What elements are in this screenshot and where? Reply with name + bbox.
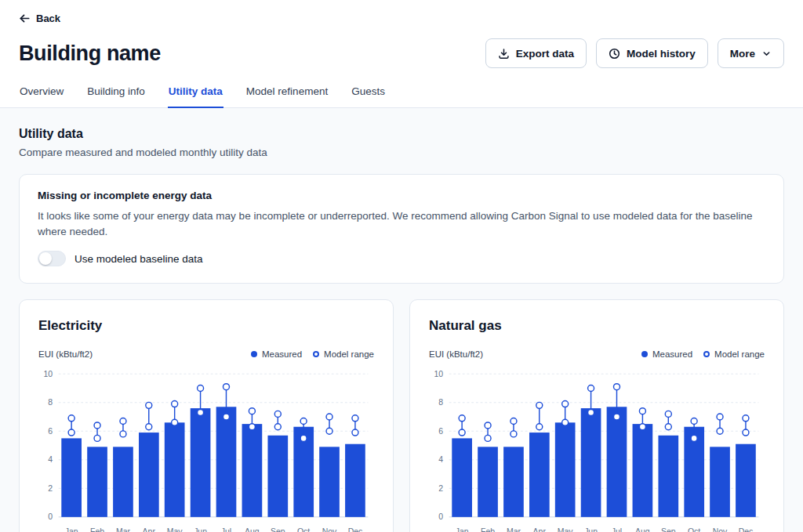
more-button[interactable]: More xyxy=(718,38,784,68)
electricity-legend: Measured Model range xyxy=(251,349,374,359)
svg-text:Aug: Aug xyxy=(635,527,650,532)
page-header: Back Building name Export data xyxy=(0,0,803,108)
svg-text:Jul: Jul xyxy=(612,527,622,532)
natural-gas-chart-title: Natural gas xyxy=(429,318,765,334)
svg-text:Jul: Jul xyxy=(221,527,231,532)
measured-legend-dot xyxy=(251,351,257,357)
electricity-bar-chart: 0246810JanFebMarAprMayJunJulAugSepOctNov… xyxy=(38,362,374,532)
model-range-legend-dot xyxy=(703,351,710,357)
svg-text:Feb: Feb xyxy=(90,527,104,532)
svg-text:Aug: Aug xyxy=(245,527,260,532)
svg-text:Oct: Oct xyxy=(297,527,310,532)
natural-gas-y-axis-label: EUI (kBtu/ft2) xyxy=(429,349,483,359)
natural-gas-chart-card: Natural gas EUI (kBtu/ft2) Measured Mode… xyxy=(409,299,784,532)
svg-text:2: 2 xyxy=(48,484,53,493)
svg-text:May: May xyxy=(167,527,183,532)
header-actions: Export data Model history More xyxy=(485,38,784,68)
tab-guests[interactable]: Guests xyxy=(351,84,386,108)
tab-overview[interactable]: Overview xyxy=(19,84,64,108)
tab-building-info[interactable]: Building info xyxy=(86,84,146,108)
model-range-legend-dot xyxy=(313,351,319,357)
export-data-label: Export data xyxy=(516,48,574,60)
more-label: More xyxy=(730,48,755,60)
svg-text:Mar: Mar xyxy=(507,527,521,532)
svg-text:Sep: Sep xyxy=(271,527,285,532)
svg-text:Sep: Sep xyxy=(661,527,676,532)
tab-utility-data[interactable]: Utility data xyxy=(168,84,223,108)
electricity-chart-title: Electricity xyxy=(38,318,374,334)
svg-text:Jan: Jan xyxy=(65,527,78,532)
toggle-knob xyxy=(39,252,52,265)
export-data-button[interactable]: Export data xyxy=(485,38,587,68)
svg-text:10: 10 xyxy=(43,370,53,378)
tab-model-refinement[interactable]: Model refinement xyxy=(245,84,329,108)
section-subtitle: Compare measured and modeled monthly uti… xyxy=(19,147,784,158)
use-modeled-baseline-toggle[interactable] xyxy=(38,251,66,266)
chevron-down-icon xyxy=(761,49,772,59)
svg-text:Nov: Nov xyxy=(322,527,337,532)
svg-text:Apr: Apr xyxy=(143,527,156,532)
building-detail-page: Back Building name Export data xyxy=(0,0,803,532)
svg-text:Jun: Jun xyxy=(584,527,598,532)
back-button[interactable]: Back xyxy=(19,13,60,24)
svg-text:Mar: Mar xyxy=(116,527,131,532)
svg-text:Nov: Nov xyxy=(713,527,728,532)
alert-body: It looks like some of your energy data m… xyxy=(38,208,765,239)
electricity-y-axis-label: EUI (kBtu/ft2) xyxy=(38,349,93,359)
svg-text:0: 0 xyxy=(48,513,53,522)
svg-text:2: 2 xyxy=(438,484,443,493)
clock-icon xyxy=(609,48,620,60)
back-arrow-icon xyxy=(19,13,31,24)
svg-text:4: 4 xyxy=(438,456,443,465)
measured-legend-label: Measured xyxy=(652,349,692,359)
missing-data-alert: Missing or incomplete energy data It loo… xyxy=(19,174,784,284)
model-range-legend-label: Model range xyxy=(324,349,374,359)
natural-gas-bar-chart: 0246810JanFebMarAprMayJunJulAugSepOctNov… xyxy=(429,362,765,532)
svg-text:4: 4 xyxy=(48,456,53,465)
utility-data-panel: Utility data Compare measured and modele… xyxy=(0,108,803,532)
measured-legend-label: Measured xyxy=(262,349,302,359)
download-icon xyxy=(498,48,510,60)
svg-text:Jan: Jan xyxy=(456,527,469,532)
svg-text:Oct: Oct xyxy=(688,527,700,532)
alert-title: Missing or incomplete energy data xyxy=(38,190,765,201)
charts-grid: Electricity EUI (kBtu/ft2) Measured Mode… xyxy=(19,299,784,532)
svg-text:May: May xyxy=(558,527,574,532)
model-history-button[interactable]: Model history xyxy=(596,38,708,68)
svg-text:Apr: Apr xyxy=(533,527,547,532)
svg-text:Dec: Dec xyxy=(739,527,754,532)
svg-text:Jun: Jun xyxy=(194,527,207,532)
svg-text:10: 10 xyxy=(434,370,443,378)
measured-legend-dot xyxy=(641,351,648,357)
back-label: Back xyxy=(36,13,60,24)
toggle-label: Use modeled baseline data xyxy=(74,253,203,265)
section-title: Utility data xyxy=(19,127,784,141)
electricity-chart-card: Electricity EUI (kBtu/ft2) Measured Mode… xyxy=(19,299,394,532)
svg-text:6: 6 xyxy=(48,427,53,436)
svg-text:8: 8 xyxy=(438,398,443,407)
model-range-legend-label: Model range xyxy=(714,349,765,359)
tab-bar: Overview Building info Utility data Mode… xyxy=(0,84,803,108)
svg-text:Feb: Feb xyxy=(481,527,495,532)
svg-text:0: 0 xyxy=(438,513,443,522)
svg-text:Dec: Dec xyxy=(348,527,363,532)
svg-text:8: 8 xyxy=(48,398,53,407)
svg-text:6: 6 xyxy=(438,427,443,436)
natural-gas-legend: Measured Model range xyxy=(641,349,765,359)
model-history-label: Model history xyxy=(627,48,696,60)
page-title: Building name xyxy=(19,42,161,66)
